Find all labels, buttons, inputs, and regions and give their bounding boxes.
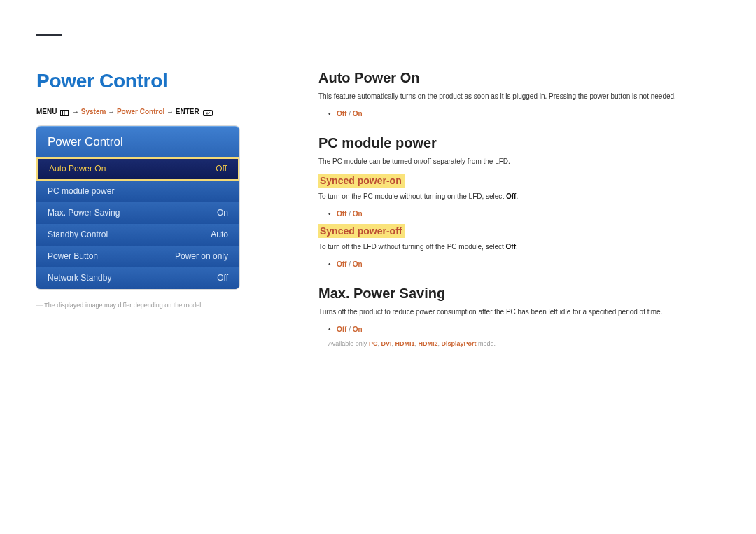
section-title-auto-power-on: Auto Power On: [318, 70, 720, 86]
header-accent-bar: [36, 34, 62, 36]
option-on: On: [353, 110, 363, 118]
breadcrumb-system: System: [81, 108, 106, 115]
desc-text: .: [516, 243, 518, 251]
option-item: Off / On: [337, 209, 720, 220]
subsection-title-synced-power-off: Synced power-off: [318, 224, 405, 238]
right-column: Auto Power On This feature automatically…: [290, 70, 720, 349]
option-list: Off / On: [318, 209, 720, 220]
option-separator: /: [349, 260, 351, 268]
desc-text: .: [516, 192, 518, 200]
menu-row-value: Off: [216, 164, 227, 174]
menu-row-value: Power on only: [175, 251, 228, 261]
section-desc: This feature automatically turns on the …: [318, 92, 720, 101]
option-separator: /: [349, 210, 351, 218]
footnote-mode: DVI: [381, 340, 391, 347]
subsection-title-synced-power-on: Synced power-on: [318, 174, 405, 188]
option-item: Off / On: [337, 324, 720, 335]
desc-text: To turn off the LFD without turning off …: [318, 243, 506, 251]
desc-text: To turn on the PC module without turning…: [318, 192, 506, 200]
section-title-max-power-saving: Max. Power Saving: [318, 286, 720, 302]
footnote-mode: PC: [369, 340, 378, 347]
menu-row-network-standby[interactable]: Network Standby Off: [36, 267, 239, 289]
page-title: Power Control: [36, 70, 290, 92]
menu-row-auto-power-on[interactable]: Auto Power On Off: [36, 157, 239, 181]
menu-row-label: Standby Control: [48, 230, 108, 239]
menu-row-label: PC module power: [48, 186, 114, 196]
breadcrumb-enter: ENTER: [176, 108, 200, 115]
option-on: On: [353, 325, 363, 333]
option-list: Off / On: [318, 108, 720, 120]
desc-bold: Off: [506, 243, 516, 251]
section-desc: To turn on the PC module without turning…: [318, 192, 720, 202]
section-desc: The PC module can be turned on/off separ…: [318, 157, 720, 167]
menu-row-value: Auto: [211, 230, 228, 239]
menu-row-value: On: [217, 208, 228, 218]
option-off: Off: [337, 210, 346, 218]
footnote-mode: DisplayPort: [442, 340, 477, 347]
menu-row-label: Max. Power Saving: [48, 208, 120, 218]
menu-row-label: Auto Power On: [49, 164, 106, 174]
section-title-pc-module-power: PC module power: [318, 135, 720, 151]
footnote-text: Available only: [328, 340, 369, 347]
option-list: Off / On: [318, 259, 720, 270]
section-desc: To turn off the LFD without turning off …: [318, 242, 720, 252]
menu-row-power-button[interactable]: Power Button Power on only: [36, 246, 239, 267]
footnote-mode: HDMI2: [418, 340, 438, 347]
breadcrumb: MENU → System → Power Control → ENTER: [36, 108, 290, 116]
left-column: Power Control MENU → System → Power Cont…: [36, 70, 290, 349]
option-item: Off / On: [337, 259, 720, 270]
enter-icon: [203, 108, 213, 116]
option-off: Off: [337, 260, 346, 268]
option-off: Off: [337, 110, 346, 118]
menu-icon: [60, 108, 69, 116]
option-off: Off: [337, 325, 346, 333]
section-desc: Turns off the product to reduce power co…: [318, 307, 720, 317]
footnote-mode: HDMI1: [395, 340, 414, 347]
menu-panel-header: Power Control: [36, 127, 239, 157]
menu-panel: Power Control Auto Power On Off PC modul…: [36, 126, 239, 289]
breadcrumb-menu: MENU: [36, 108, 57, 115]
menu-row-standby-control[interactable]: Standby Control Auto: [36, 224, 239, 246]
header-divider: [64, 48, 720, 48]
footnote-text: mode.: [477, 340, 496, 347]
breadcrumb-arrow: →: [72, 108, 79, 115]
menu-row-value: Off: [217, 273, 228, 283]
page-content: Power Control MENU → System → Power Cont…: [36, 70, 720, 349]
option-separator: /: [349, 110, 351, 118]
option-item: Off / On: [337, 108, 720, 120]
menu-row-label: Network Standby: [48, 273, 111, 283]
menu-row-max-power-saving[interactable]: Max. Power Saving On: [36, 202, 239, 224]
option-separator: /: [349, 325, 351, 333]
breadcrumb-arrow: →: [108, 108, 115, 115]
availability-footnote: Available only PC, DVI, HDMI1, HDMI2, Di…: [318, 339, 720, 349]
option-list: Off / On: [318, 324, 720, 335]
breadcrumb-arrow: →: [167, 108, 174, 115]
panel-footnote: The displayed image may differ depending…: [36, 302, 290, 310]
menu-row-label: Power Button: [48, 251, 98, 261]
option-on: On: [353, 210, 363, 218]
option-on: On: [353, 260, 363, 268]
desc-bold: Off: [506, 192, 516, 200]
breadcrumb-power-control: Power Control: [117, 108, 164, 115]
menu-row-pc-module-power[interactable]: PC module power: [36, 181, 239, 202]
